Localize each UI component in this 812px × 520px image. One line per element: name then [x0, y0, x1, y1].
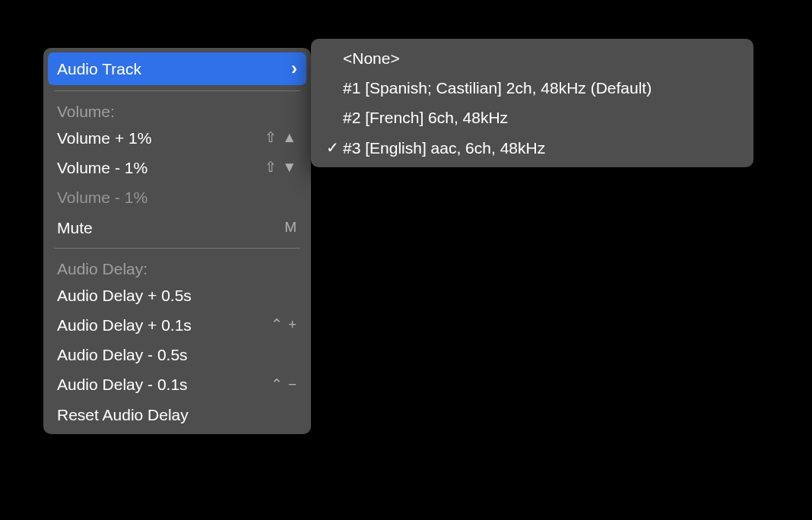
menu-item-label: Audio Track — [57, 59, 141, 78]
track-label: #2 [French] 6ch, 48kHz — [343, 108, 508, 127]
track-option-1[interactable]: #1 [Spanish; Castilian] 2ch, 48kHz (Defa… — [311, 73, 753, 103]
menu-item-label: Audio Delay + 0.5s — [57, 286, 192, 305]
shortcut-ctrl-plus-icon: ⌃ + — [271, 316, 297, 334]
track-label: #3 [English] aac, 6ch, 48kHz — [343, 138, 545, 157]
menu-item-mute[interactable]: Mute M — [43, 213, 311, 243]
checkmark-icon: ✓ — [322, 138, 343, 157]
track-option-2[interactable]: #2 [French] 6ch, 48kHz — [311, 103, 753, 132]
menu-item-delay-minus-01[interactable]: Audio Delay - 0.1s ⌃ − — [43, 369, 311, 399]
shortcut-shift-up-icon: ⇧ ▲ — [265, 129, 297, 147]
menu-item-volume-down-disabled: Volume - 1% — [43, 182, 311, 212]
shortcut-shift-down-icon: ⇧ ▼ — [265, 159, 297, 176]
menu-item-label: Volume - 1% — [57, 188, 147, 207]
menu-item-delay-plus-05[interactable]: Audio Delay + 0.5s — [43, 281, 311, 310]
menu-item-volume-down[interactable]: Volume - 1% ⇧ ▼ — [43, 153, 311, 182]
menu-item-label: Audio Delay - 0.5s — [57, 345, 188, 364]
menu-item-label: Reset Audio Delay — [57, 405, 189, 424]
submenu-chevron-icon: › — [291, 58, 297, 80]
menu-separator — [54, 90, 300, 91]
audio-context-menu: Audio Track › Volume: Volume + 1% ⇧ ▲ Vo… — [43, 48, 311, 434]
menu-item-label: Audio Delay - 0.1s — [57, 375, 188, 394]
menu-item-label: Audio Delay + 0.1s — [57, 315, 192, 335]
menu-item-reset-delay[interactable]: Reset Audio Delay — [43, 400, 311, 430]
menu-item-delay-minus-05[interactable]: Audio Delay - 0.5s — [43, 340, 311, 369]
shortcut-mute: M — [284, 219, 297, 236]
track-label: #1 [Spanish; Castilian] 2ch, 48kHz (Defa… — [343, 78, 652, 97]
audio-track-submenu: <None> #1 [Spanish; Castilian] 2ch, 48kH… — [311, 39, 753, 167]
menu-item-label: Volume + 1% — [57, 128, 151, 147]
audio-delay-section-header: Audio Delay: — [43, 254, 311, 281]
volume-section-header: Volume: — [43, 97, 311, 123]
track-option-3[interactable]: ✓ #3 [English] aac, 6ch, 48kHz — [311, 133, 753, 163]
menu-item-delay-plus-01[interactable]: Audio Delay + 0.1s ⌃ + — [43, 310, 311, 340]
menu-item-label: Volume - 1% — [57, 158, 147, 177]
shortcut-ctrl-minus-icon: ⌃ − — [271, 376, 297, 394]
menu-item-audio-track[interactable]: Audio Track › — [48, 52, 306, 85]
menu-item-label: Mute — [57, 218, 93, 237]
menu-separator — [54, 248, 300, 249]
menu-item-volume-up[interactable]: Volume + 1% ⇧ ▲ — [43, 123, 311, 153]
track-label: <None> — [343, 49, 400, 68]
track-option-none[interactable]: <None> — [311, 43, 753, 73]
